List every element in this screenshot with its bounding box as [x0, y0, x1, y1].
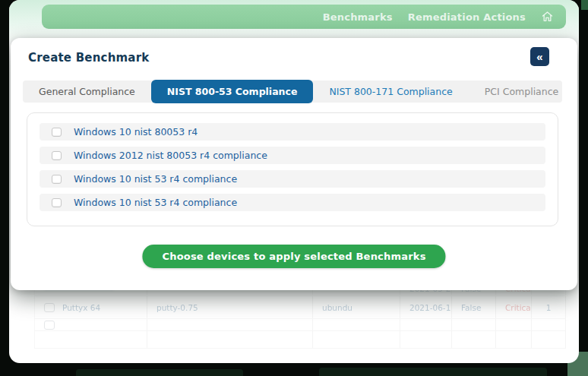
cell-os [313, 331, 400, 348]
tab-pci-compliance[interactable]: PCI Compliance [469, 81, 575, 103]
benchmark-label: Windows 10 nist 80053 r4 [74, 126, 198, 137]
table-row [34, 331, 566, 349]
top-navbar: Benchmarks Remediation Actions [42, 5, 566, 29]
choose-devices-button[interactable]: Choose devices to apply selected Benchma… [142, 245, 445, 268]
tab-nist-800-171-compliance[interactable]: NIST 800-171 Compliance [313, 81, 468, 103]
compliance-tabbar: General Compliance NIST 800-53 Complianc… [23, 81, 562, 103]
cell-severity [496, 331, 532, 348]
cell-date: 2021-06-17 [400, 296, 452, 318]
cell-date [400, 331, 452, 348]
modal-title: Create Benchmark [28, 51, 149, 65]
double-chevron-left-icon: « [536, 50, 542, 63]
footer-decoration [319, 368, 547, 376]
benchmark-label: Windows 2012 nist 80053 r4 compliance [74, 150, 267, 161]
create-benchmark-modal: Create Benchmark « General Compliance NI… [11, 38, 577, 290]
footer-decoration [76, 369, 243, 376]
benchmark-checkbox[interactable] [52, 198, 62, 207]
table-row: Puttyx 64 putty-0.75 ubundu 2021-06-17 F… [34, 296, 566, 319]
benchmark-list: Windows 10 nist 80053 r4 Windows 2012 ni… [27, 112, 558, 226]
cell-flag [452, 319, 496, 330]
cell-product: putty-0.75 [147, 296, 313, 318]
cell-os [313, 319, 400, 330]
cell-flag [452, 331, 496, 348]
device-name: Puttyx 64 [62, 303, 100, 312]
benchmark-list-item[interactable]: Windows 10 nist 53 r4 compliance [40, 194, 545, 211]
home-icon[interactable] [541, 11, 554, 23]
benchmark-list-item[interactable]: Windows 10 nist 53 r4 compliance [40, 170, 545, 188]
benchmark-list-item[interactable]: Windows 10 nist 80053 r4 [40, 123, 545, 141]
cell-device-name [34, 319, 147, 330]
tab-nist-800-53-compliance[interactable]: NIST 800-53 Compliance [151, 80, 314, 103]
cell-os: ubundu [313, 296, 400, 318]
benchmark-label: Windows 10 nist 53 r4 compliance [74, 173, 237, 185]
benchmark-checkbox[interactable] [52, 128, 62, 137]
cell-device-name: Puttyx 64 [34, 296, 147, 318]
table-row [34, 319, 566, 331]
collapse-modal-button[interactable]: « [530, 47, 549, 66]
cell-count [532, 319, 566, 330]
benchmark-checkbox[interactable] [52, 175, 62, 184]
benchmark-list-item[interactable]: Windows 2012 nist 80053 r4 compliance [40, 147, 545, 164]
row-checkbox[interactable] [44, 321, 55, 330]
cell-severity [496, 319, 532, 330]
devices-table: 2021-05-27 False Critical Puttyx 64 putt… [34, 281, 566, 349]
app-page: Benchmarks Remediation Actions 2021-05-2… [9, 0, 579, 363]
nav-link-benchmarks[interactable]: Benchmarks [323, 11, 393, 23]
cell-product [147, 331, 313, 348]
tab-general-compliance[interactable]: General Compliance [23, 81, 151, 103]
cell-count [532, 331, 566, 348]
cell-severity: Critical [496, 296, 532, 318]
cell-product [147, 319, 313, 330]
cell-device-name [34, 331, 147, 348]
cell-count: 1 [532, 296, 566, 318]
nav-link-remediation-actions[interactable]: Remediation Actions [408, 11, 526, 23]
benchmark-checkbox[interactable] [52, 151, 62, 160]
tab-hipaa-compliance[interactable]: HIPAA Compliance [574, 81, 579, 103]
benchmark-label: Windows 10 nist 53 r4 compliance [74, 197, 237, 208]
backdrop-accent-top-right [581, 0, 588, 10]
cell-flag: False [452, 296, 496, 318]
row-checkbox[interactable] [44, 303, 55, 312]
cell-date [400, 319, 452, 330]
